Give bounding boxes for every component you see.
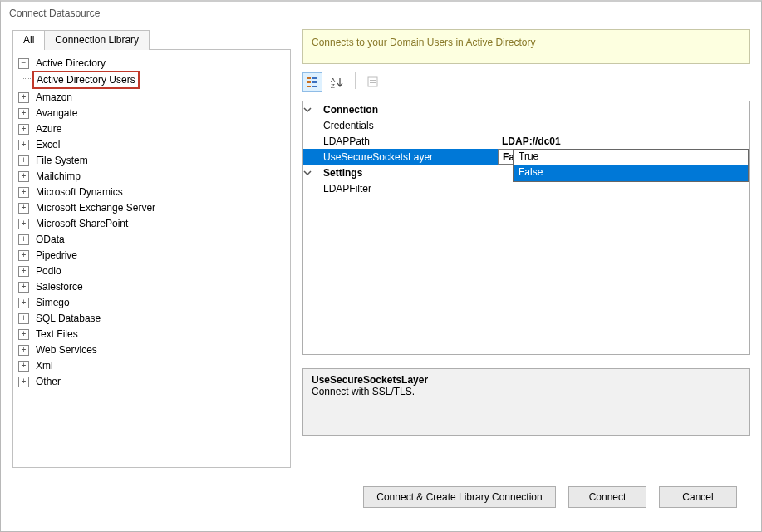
option-label: False [519,166,543,178]
property-pages-button[interactable] [363,72,383,92]
tree-node-avangate[interactable]: Avangate [18,106,80,121]
tree-label: Simego [34,295,71,310]
columns: All Connection Library Active Directory [12,29,750,468]
tree-node-xml[interactable]: Xml [18,358,55,373]
tree-label: Excel [34,137,61,152]
svg-rect-9 [370,80,376,81]
expand-icon[interactable] [18,187,29,198]
chevron-down-icon[interactable] [303,169,323,177]
tab-connection-library[interactable]: Connection Library [45,30,150,50]
categorized-view-button[interactable] [302,72,322,92]
tree-node-pipedrive[interactable]: Pipedrive [18,248,79,263]
group-connection[interactable]: Connection [303,101,749,117]
tree-label: Podio [34,264,63,278]
expand-icon[interactable] [18,234,29,245]
dropdown-option-false[interactable]: False [514,165,748,181]
tree-node-salesforce[interactable]: Salesforce [18,279,85,294]
tree-label: Azure [34,121,63,136]
tab-all[interactable]: All [12,30,45,50]
expand-icon[interactable] [18,345,29,356]
connect-button[interactable]: Connect [568,486,646,508]
dropdown-list[interactable]: True False [513,149,749,182]
expand-icon[interactable] [18,329,29,340]
collapse-icon[interactable] [18,58,29,69]
tree-label: Active Directory [34,56,107,71]
expand-icon[interactable] [18,313,29,324]
tree-node-text-files[interactable]: Text Files [18,327,80,342]
tree-node-excel[interactable]: Excel [18,137,61,152]
svg-rect-5 [312,86,317,87]
cancel-button[interactable]: Cancel [659,486,737,508]
tree-node-amazon[interactable]: Amazon [18,90,74,105]
connect-create-library-button[interactable]: Connect & Create Library Connection [363,486,556,508]
tree-label: Amazon [34,90,74,105]
tree-node-active-directory-users[interactable]: Active Directory Users [32,71,140,89]
property-grid[interactable]: Connection Credentials LDAPPath LDAP://d… [302,101,750,355]
tree-node-podio[interactable]: Podio [18,264,63,278]
expand-icon[interactable] [18,377,29,387]
expand-icon[interactable] [18,282,29,293]
expand-icon[interactable] [18,124,29,135]
tree-label: Microsoft SharePoint [34,216,130,231]
expand-icon[interactable] [18,361,29,372]
dialog-button-row: Connect & Create Library Connection Conn… [12,468,750,508]
tab-strip: All Connection Library [12,29,291,49]
tree-node-other[interactable]: Other [18,374,62,389]
expand-icon[interactable] [18,203,29,214]
svg-rect-0 [307,77,311,79]
tree-node-web-services[interactable]: Web Services [18,342,99,357]
tree-node-simego[interactable]: Simego [18,295,71,310]
description-pane: UseSecureSocketsLayer Connect with SSL/T… [302,368,750,436]
tree-label: Xml [34,358,55,373]
tree-node-mailchimp[interactable]: Mailchimp [18,169,82,184]
tree-node-microsoft-exchange[interactable]: Microsoft Exchange Server [18,200,157,215]
alphabetical-view-button[interactable]: AZ [327,72,347,92]
dialog-window: Connect Datasource All Connection Librar… [0,0,762,532]
button-label: Connect [589,491,627,503]
expand-icon[interactable] [18,155,29,166]
tree-node-sql-database[interactable]: SQL Database [18,311,102,326]
svg-rect-3 [312,77,317,79]
tree-label-highlighted: Active Directory Users [32,71,140,89]
expand-icon[interactable] [18,140,29,150]
option-label: True [519,150,538,162]
property-name: UseSecureSocketsLayer [323,151,498,163]
tab-all-label: All [23,34,34,46]
tree-node-odata[interactable]: OData [18,232,66,247]
datasource-tree[interactable]: Active Directory Active Directory Users [12,49,291,468]
property-ldapfilter[interactable]: LDAPFilter [303,180,749,196]
tree-label: File System [34,153,90,168]
tree-node-microsoft-sharepoint[interactable]: Microsoft SharePoint [18,216,130,231]
chevron-down-icon[interactable] [303,106,323,114]
property-name: Credentials [323,120,498,131]
grid-empty-area [303,196,749,354]
info-banner-text: Connects to your Domain Users in Active … [312,37,535,48]
property-credentials[interactable]: Credentials [303,117,749,133]
tree-label: OData [34,232,66,247]
toolbar-divider-icon [355,72,356,89]
tree-node-microsoft-dynamics[interactable]: Microsoft Dynamics [18,185,125,200]
description-title: UseSecureSocketsLayer [312,374,740,386]
expand-icon[interactable] [18,250,29,261]
property-value[interactable]: LDAP://dc01 [498,135,749,147]
expand-icon[interactable] [18,171,29,182]
description-text: Connect with SSL/TLS. [312,386,740,397]
expand-icon[interactable] [18,298,29,308]
expand-icon[interactable] [18,219,29,229]
info-banner: Connects to your Domain Users in Active … [302,29,750,64]
expand-icon[interactable] [18,92,29,103]
tree-label: Text Files [34,327,80,342]
tree-label: Salesforce [34,279,85,294]
tree-label: SQL Database [34,311,102,326]
property-ldappath[interactable]: LDAPPath LDAP://dc01 [303,133,749,149]
dropdown-option-true[interactable]: True [514,150,748,165]
tree-node-file-system[interactable]: File System [18,153,90,168]
expand-icon[interactable] [18,266,29,277]
button-label: Cancel [682,491,713,503]
tree-node-active-directory[interactable]: Active Directory [18,56,107,71]
tab-library-label: Connection Library [55,34,139,46]
property-grid-wrapper: Connection Credentials LDAPPath LDAP://d… [302,101,750,355]
expand-icon[interactable] [18,108,29,119]
svg-text:Z: Z [331,82,335,89]
tree-node-azure[interactable]: Azure [18,121,63,136]
